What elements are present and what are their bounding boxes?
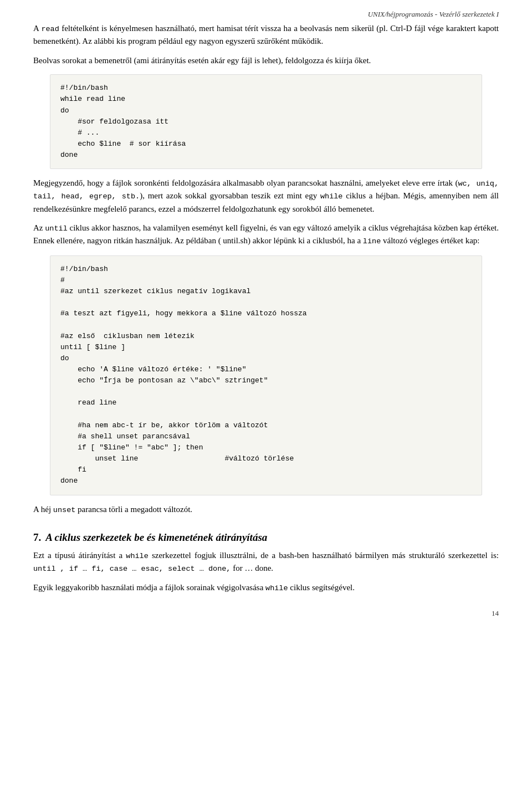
inline-code-line: line — [363, 237, 381, 245]
code-block-2: #!/bin/bash # #az until szerkezet ciklus… — [50, 255, 482, 495]
page-header: UNIX/héjprogramozás - Vezérlő szerkezete… — [368, 10, 499, 19]
page-number: 14 — [492, 609, 499, 618]
paragraph-6: Ezt a típusú átirányítást a while szerke… — [33, 549, 499, 575]
inline-code-while2: while — [126, 552, 149, 560]
header-title: UNIX/héjprogramozás - Vezérlő szerkezete… — [368, 10, 499, 18]
inline-code-tools: wc, uniq, tail, head, egrep, stb. — [33, 180, 499, 201]
section-7-title: A ciklus szerkezetek be és kimenetének á… — [45, 531, 267, 544]
page: UNIX/héjprogramozás - Vezérlő szerkezete… — [0, 0, 532, 635]
inline-code-while3: while — [265, 584, 288, 592]
paragraph-4: Az until ciklus akkor hasznos, ha valami… — [33, 222, 499, 248]
paragraph-3: Megjegyzendő, hogy a fájlok soronkénti f… — [33, 177, 499, 215]
paragraph-7: Egyik leggyakoribb használati módja a fá… — [33, 581, 499, 594]
inline-code-while: while — [320, 192, 343, 201]
code-block-1: #!/bin/bash while read line do #sor feld… — [50, 74, 482, 169]
paragraph-5: A héj unset parancsa törli a megadott vá… — [33, 503, 499, 516]
paragraph-2: Beolvas sorokat a bemenetről (ami átirán… — [33, 54, 499, 67]
inline-code-read: read — [41, 25, 59, 33]
inline-code-until: until — [45, 224, 68, 233]
inline-code-unset: unset — [53, 506, 76, 514]
inline-code-structures: until , if … fi, case … esac, select … d… — [33, 565, 231, 573]
paragraph-1: A read feltételként is kényelmesen haszn… — [33, 22, 499, 48]
section-7-heading: 7. A ciklus szerkezetek be és kimeneténe… — [33, 531, 499, 544]
section-7-number: 7. — [33, 531, 41, 544]
